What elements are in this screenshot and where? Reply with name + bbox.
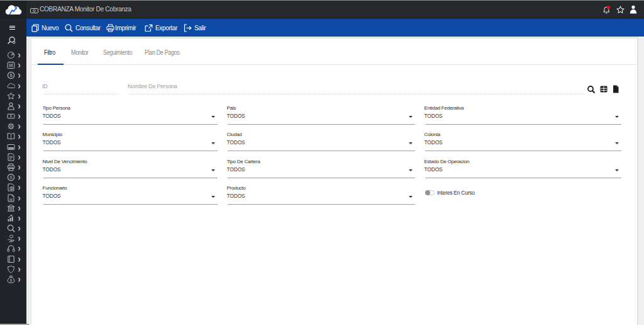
svg-text:$: $ [10,114,12,118]
svg-text:$: $ [11,186,13,190]
svg-text:$: $ [10,278,12,282]
svg-text:$: $ [9,72,13,78]
svg-text:S: S [9,175,13,180]
